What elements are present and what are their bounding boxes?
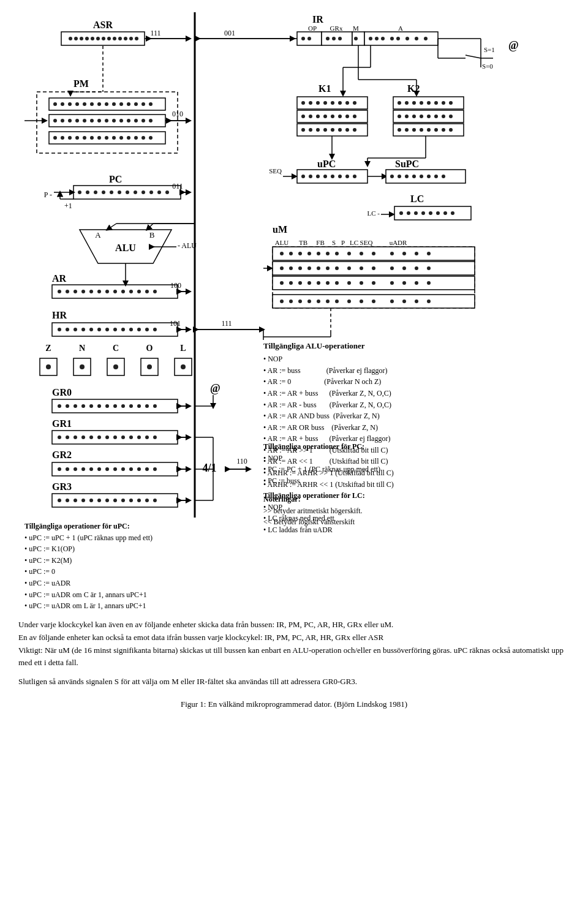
svg-point-306 [289, 300, 293, 303]
ir-grx-label: GRx [330, 24, 343, 32]
um-lc-col: LC [350, 239, 358, 246]
svg-point-222 [121, 290, 125, 293]
ir-op-label: OP [308, 24, 317, 32]
pc-ops-title: Tillgängliga operationer för PC: [263, 441, 435, 453]
svg-point-71 [75, 136, 79, 140]
svg-point-301 [402, 281, 406, 285]
svg-point-361 [81, 467, 85, 471]
svg-point-288 [427, 266, 431, 270]
bus-110-label: 110 [236, 457, 247, 465]
svg-point-113 [345, 128, 349, 132]
um-uadr-col: uADR [390, 239, 407, 246]
svg-point-42 [83, 102, 86, 106]
svg-point-132 [420, 115, 423, 118]
svg-point-166 [126, 190, 129, 194]
svg-point-199 [399, 211, 403, 215]
svg-point-369 [145, 467, 149, 471]
svg-point-257 [181, 364, 186, 369]
svg-point-342 [58, 435, 61, 439]
alu-op-bullet: • NOP [263, 355, 282, 363]
svg-point-302 [415, 281, 418, 285]
svg-point-299 [372, 281, 375, 285]
svg-point-46 [112, 102, 116, 106]
svg-point-79 [134, 136, 138, 140]
svg-point-76 [112, 136, 116, 140]
svg-point-206 [451, 211, 454, 215]
svg-point-269 [372, 252, 375, 255]
svg-point-344 [74, 435, 77, 439]
svg-point-183 [338, 175, 342, 178]
svg-point-59 [97, 119, 101, 122]
svg-point-354 [153, 435, 157, 439]
svg-point-216 [74, 290, 77, 293]
svg-point-89 [301, 101, 305, 105]
svg-point-112 [338, 128, 342, 132]
svg-point-295 [326, 281, 330, 285]
svg-point-303 [427, 281, 431, 285]
at-sign-mid: @ [210, 382, 221, 394]
bus-100-label: 100 [170, 281, 181, 290]
bus-001-label: 001 [224, 29, 235, 37]
svg-point-23 [338, 37, 342, 40]
svg-point-326 [66, 404, 69, 408]
um-p-col: P [341, 239, 345, 246]
s1-label: S=1 [484, 46, 495, 53]
svg-point-285 [390, 266, 394, 270]
svg-point-44 [97, 102, 101, 106]
svg-point-383 [113, 499, 117, 502]
svg-point-334 [129, 404, 133, 408]
lc-label: LC [410, 194, 424, 204]
svg-point-386 [137, 499, 141, 502]
svg-point-145 [449, 128, 453, 132]
svg-point-266 [335, 252, 339, 255]
svg-point-280 [326, 266, 330, 270]
svg-point-351 [129, 435, 133, 439]
svg-point-53 [53, 119, 57, 122]
svg-point-278 [307, 266, 311, 270]
svg-point-381 [97, 499, 101, 502]
n-label: N [79, 344, 85, 353]
svg-point-196 [442, 175, 445, 178]
svg-point-140 [412, 128, 416, 132]
svg-point-220 [105, 290, 109, 293]
svg-point-54 [61, 119, 64, 122]
svg-point-221 [113, 290, 117, 293]
svg-point-99 [309, 115, 312, 118]
svg-line-209 [107, 224, 116, 230]
svg-point-267 [347, 252, 351, 255]
svg-point-129 [398, 115, 401, 118]
svg-point-330 [97, 404, 101, 408]
alu-b-label: B [149, 230, 155, 239]
svg-point-114 [353, 128, 356, 132]
svg-point-292 [298, 281, 302, 285]
svg-point-382 [105, 499, 109, 502]
svg-point-215 [66, 290, 69, 293]
svg-point-131 [412, 115, 416, 118]
gr1-label: GR1 [52, 418, 72, 429]
svg-point-315 [390, 300, 394, 303]
svg-point-388 [153, 499, 157, 502]
svg-point-298 [360, 281, 363, 285]
svg-point-11 [129, 37, 133, 40]
svg-point-360 [74, 467, 77, 471]
svg-point-294 [317, 281, 320, 285]
svg-point-368 [137, 467, 141, 471]
svg-point-281 [335, 266, 339, 270]
pm-label: PM [74, 78, 89, 89]
svg-point-348 [105, 435, 109, 439]
asr-label: ASR [93, 20, 113, 30]
svg-point-362 [89, 467, 93, 471]
bus-111-bot-label: 111 [221, 319, 232, 328]
svg-point-316 [402, 300, 406, 303]
svg-point-10 [124, 37, 127, 40]
svg-point-58 [90, 119, 94, 122]
svg-point-233 [74, 328, 77, 331]
gr2-label: GR2 [52, 450, 72, 460]
svg-point-379 [81, 499, 85, 502]
svg-point-75 [105, 136, 108, 140]
svg-point-282 [347, 266, 351, 270]
k1-label: K1 [318, 83, 331, 94]
svg-point-47 [119, 102, 123, 106]
svg-point-50 [141, 102, 145, 106]
svg-point-41 [75, 102, 79, 106]
